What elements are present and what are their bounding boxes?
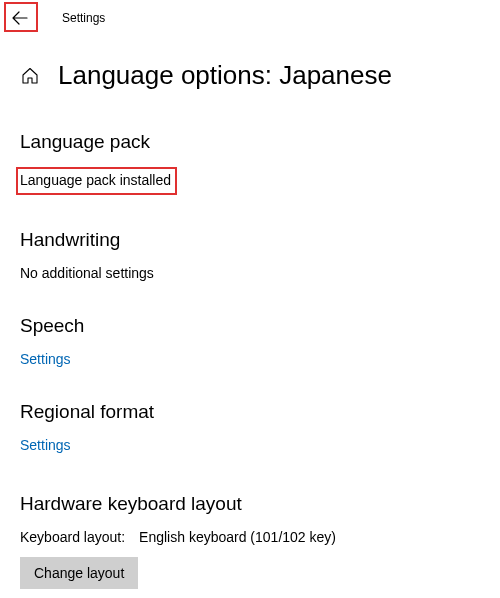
language-pack-status: Language pack installed	[20, 172, 171, 188]
page-title: Language options: Japanese	[58, 60, 392, 91]
annotation-highlight-langpack: Language pack installed	[16, 167, 177, 195]
keyboard-layout-value: English keyboard (101/102 key)	[139, 529, 336, 545]
section-heading-speech: Speech	[20, 315, 480, 337]
handwriting-status: No additional settings	[20, 265, 480, 281]
home-button[interactable]	[20, 66, 40, 86]
section-heading-regional-format: Regional format	[20, 401, 480, 423]
back-button[interactable]	[2, 4, 38, 32]
regional-format-settings-link[interactable]: Settings	[20, 437, 480, 453]
back-arrow-icon	[12, 10, 28, 26]
home-icon	[21, 67, 39, 85]
change-layout-button[interactable]: Change layout	[20, 557, 138, 589]
keyboard-layout-label: Keyboard layout:	[20, 529, 125, 545]
speech-settings-link[interactable]: Settings	[20, 351, 480, 367]
section-heading-hardware-keyboard: Hardware keyboard layout	[20, 493, 480, 515]
section-heading-handwriting: Handwriting	[20, 229, 480, 251]
section-heading-language-pack: Language pack	[20, 131, 480, 153]
window-title: Settings	[62, 11, 105, 25]
